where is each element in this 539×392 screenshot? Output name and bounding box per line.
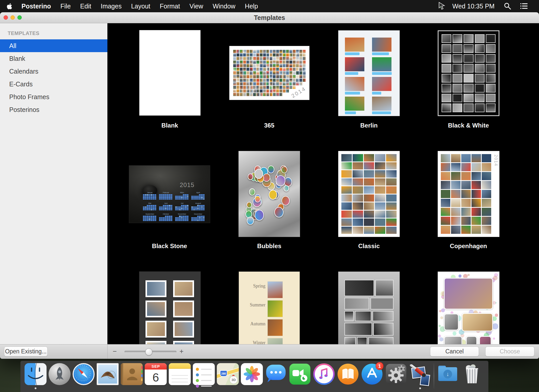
dock-icon-mail[interactable] [96, 363, 120, 389]
mosaic-cell [273, 53, 276, 56]
dock-icon-finder[interactable] [24, 363, 48, 389]
thumbnail-size-slider[interactable] [125, 351, 176, 353]
confetti-dot [459, 329, 464, 335]
template-thumbnail-seasons[interactable]: SpringSummerAutumnWinter [239, 272, 300, 344]
dock-icon-itunes[interactable] [312, 363, 336, 389]
mosaic-cell [296, 61, 299, 64]
mosaic-cell [270, 89, 273, 93]
mosaic-cell [276, 57, 279, 60]
template-thumbnail-berlin[interactable] [338, 30, 400, 116]
sidebar-item-calendars[interactable]: Calendars [0, 65, 107, 78]
confetti-dot [453, 331, 456, 335]
dock-icon-ibooks[interactable] [336, 363, 360, 389]
menu-layout[interactable]: Layout [131, 3, 150, 10]
apple-menu-icon[interactable] [7, 3, 13, 10]
menu-clock[interactable]: Wed 10:35 PM [452, 3, 495, 10]
mosaic-cell [273, 50, 276, 53]
slider-thumb[interactable] [145, 348, 152, 355]
mosaic-cell [286, 79, 289, 82]
dock-icon-safari[interactable] [72, 363, 96, 389]
calendar-cell [183, 197, 185, 198]
dock-icon-posterino[interactable] [408, 363, 432, 389]
window-titlebar[interactable]: Templates [0, 12, 539, 23]
calendar-cell [181, 216, 183, 217]
photo [444, 278, 493, 309]
dock-icon-launchpad[interactable] [48, 363, 72, 389]
template-thumbnail-copenhagen[interactable]: 2014 [438, 151, 499, 237]
template-thumbnail-dark-frames[interactable] [139, 272, 200, 344]
menu-app-name[interactable]: Posterino [21, 3, 51, 10]
month-label: Juli [175, 202, 189, 204]
menu-window[interactable]: Window [213, 3, 235, 10]
sidebar-item-posterinos[interactable]: Posterinos [0, 103, 107, 116]
maps-icon: 280 3D [217, 363, 239, 385]
notification-center-icon[interactable] [520, 2, 528, 10]
mosaic-cell [250, 71, 253, 74]
dock-icon-facetime[interactable] [288, 363, 312, 389]
calendar-cell [147, 208, 149, 209]
menu-help[interactable]: Help [245, 3, 258, 10]
template-thumbnail-blank[interactable] [139, 30, 200, 116]
dock-icon-system-preferences[interactable] [384, 363, 408, 389]
choose-button[interactable]: Choose [485, 347, 534, 356]
dock-icon-contacts[interactable] [120, 363, 144, 389]
menu-format[interactable]: Format [160, 3, 180, 10]
dock-icon-calendar[interactable]: SEP 6 [144, 363, 168, 389]
menu-file[interactable]: File [60, 3, 71, 10]
photo-cell [353, 162, 363, 170]
dock-icon-app-store[interactable]: 1 [360, 363, 384, 389]
template-thumbnail-dot-collage[interactable] [438, 272, 499, 344]
mosaic-cell [303, 64, 306, 67]
mosaic-cell [263, 89, 266, 93]
calendar-cell [167, 218, 169, 220]
ibooks-icon [337, 363, 359, 385]
calendar-cell [185, 209, 187, 211]
template-thumbnail-gray-collage[interactable] [338, 272, 400, 344]
dock-icon-photos[interactable] [240, 363, 264, 389]
dock-icon-messages[interactable] [264, 363, 288, 389]
menu-edit[interactable]: Edit [80, 3, 91, 10]
calendar-cell [159, 208, 161, 209]
calendar-cell [161, 199, 163, 200]
mosaic-cell [293, 75, 296, 78]
template-thumbnail-bubbles[interactable] [239, 151, 300, 237]
calendar-cell [153, 218, 154, 220]
system-preferences-icon [385, 363, 407, 385]
photo-bubble [263, 174, 270, 182]
menu-bar: Posterino File Edit Images Layout Format… [0, 0, 539, 12]
mosaic-cell [237, 68, 239, 71]
menu-view[interactable]: View [189, 3, 203, 10]
dock-icon-maps[interactable]: 280 3D [216, 363, 240, 389]
dock-icon-downloads[interactable]: ↓ [436, 363, 460, 389]
mosaic-cell [276, 89, 279, 93]
photo-cell [471, 172, 481, 180]
mosaic-cell [253, 75, 256, 78]
calendar-cell [179, 199, 181, 200]
photo-cell [364, 194, 374, 202]
menu-images[interactable]: Images [101, 3, 122, 10]
calendar-cell [143, 209, 145, 211]
dock-icon-notes[interactable] [168, 363, 192, 389]
dock-icon-reminders[interactable] [192, 363, 216, 389]
calendar-cell [185, 220, 187, 221]
template-thumbnail-black-and-white[interactable] [438, 30, 499, 116]
photo-cell [353, 227, 363, 234]
mosaic-cell [250, 89, 253, 93]
month-grid [159, 216, 173, 222]
sidebar-item-photo-frames[interactable]: Photo Frames [0, 90, 107, 103]
sidebar-item-ecards[interactable]: E-Cards [0, 78, 107, 90]
mosaic-cell [246, 71, 249, 74]
template-thumbnail-classic[interactable] [338, 151, 400, 237]
dock-icon-trash[interactable] [460, 363, 484, 389]
calendar-cell [169, 220, 171, 221]
open-existing-button[interactable]: Open Existing... [4, 347, 48, 356]
photo-bubble [249, 188, 255, 195]
cancel-button[interactable]: Cancel [430, 347, 479, 356]
sidebar-item-all[interactable]: All [0, 39, 107, 52]
confetti-dot [463, 274, 468, 279]
spotlight-search-icon[interactable] [504, 2, 511, 10]
sidebar-item-blank[interactable]: Blank [0, 52, 107, 65]
template-thumbnail-black-stone[interactable]: 2015JanuarFebruarMärzAprilMaiJuniJuliAug… [129, 166, 210, 223]
calendar-cell [193, 205, 195, 206]
template-thumbnail-365[interactable]: 2014 [229, 46, 309, 100]
